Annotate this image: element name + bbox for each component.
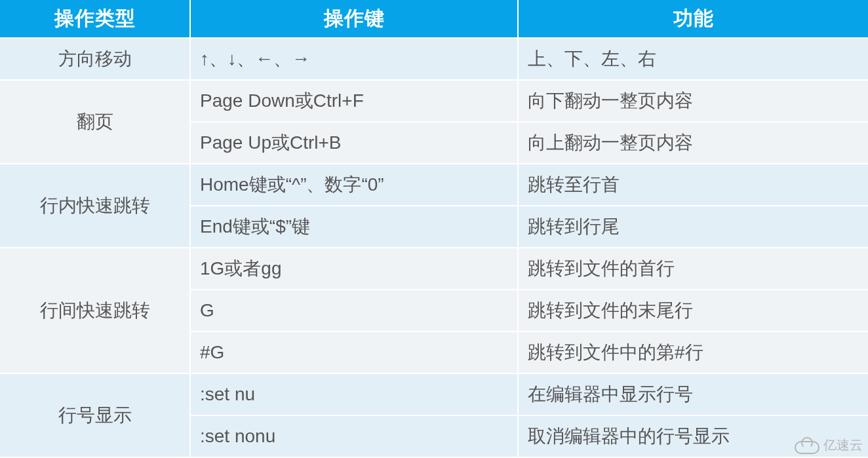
header-operation-key: 操作键 <box>190 0 518 38</box>
function-cell: 跳转到行尾 <box>518 206 868 248</box>
key-cell: G <box>190 290 518 332</box>
function-cell: 跳转到文件的首行 <box>518 248 868 290</box>
function-cell: 向下翻动一整页内容 <box>518 80 868 122</box>
key-cell: Page Down或Ctrl+F <box>190 80 518 122</box>
function-cell: 在编辑器中显示行号 <box>518 373 868 415</box>
function-cell: 跳转至行首 <box>518 164 868 206</box>
category-cell: 方向移动 <box>0 38 190 80</box>
key-cell: End键或“$”键 <box>190 206 518 248</box>
header-operation-type: 操作类型 <box>0 0 190 38</box>
table-row: 行间快速跳转1G或者gg跳转到文件的首行 <box>0 248 868 290</box>
key-cell: Page Up或Ctrl+B <box>190 122 518 164</box>
table-header: 操作类型 操作键 功能 <box>0 0 868 38</box>
category-cell: 翻页 <box>0 80 190 164</box>
key-cell: :set nu <box>190 373 518 415</box>
table-row: 方向移动↑、↓、←、→上、下、左、右 <box>0 38 868 80</box>
key-cell: Home键或“^”、数字“0” <box>190 164 518 206</box>
table-row: 行内快速跳转Home键或“^”、数字“0”跳转至行首 <box>0 164 868 206</box>
table-row: 行号显示:set nu在编辑器中显示行号 <box>0 373 868 415</box>
category-cell: 行内快速跳转 <box>0 164 190 248</box>
function-cell: 取消编辑器中的行号显示 <box>518 415 868 457</box>
function-cell: 上、下、左、右 <box>518 38 868 80</box>
key-cell: ↑、↓、←、→ <box>190 38 518 80</box>
function-cell: 跳转到文件的末尾行 <box>518 290 868 332</box>
category-cell: 行间快速跳转 <box>0 248 190 373</box>
key-cell: 1G或者gg <box>190 248 518 290</box>
table-body: 方向移动↑、↓、←、→上、下、左、右翻页Page Down或Ctrl+F向下翻动… <box>0 38 868 457</box>
category-cell: 行号显示 <box>0 373 190 457</box>
function-cell: 向上翻动一整页内容 <box>518 122 868 164</box>
table-row: 翻页Page Down或Ctrl+F向下翻动一整页内容 <box>0 80 868 122</box>
key-cell: :set nonu <box>190 415 518 457</box>
vi-shortcuts-table: 操作类型 操作键 功能 方向移动↑、↓、←、→上、下、左、右翻页Page Dow… <box>0 0 868 458</box>
header-function: 功能 <box>518 0 868 38</box>
function-cell: 跳转到文件中的第#行 <box>518 332 868 373</box>
key-cell: #G <box>190 332 518 373</box>
